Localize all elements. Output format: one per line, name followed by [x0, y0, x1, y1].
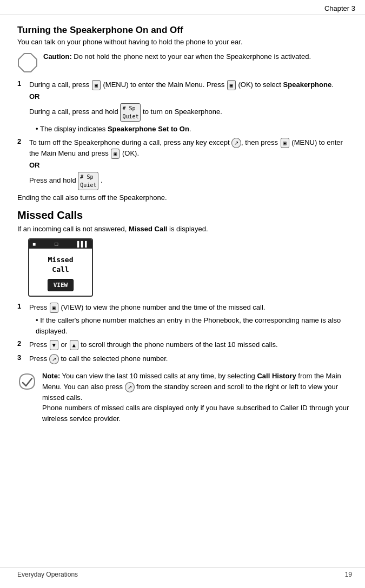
- status-signal2: ▌▌▌: [77, 241, 89, 247]
- step-1-num: 1: [17, 79, 26, 88]
- up-btn-icon: ▲: [70, 340, 78, 350]
- missed-calls-intro: If an incoming call is not answered, Mis…: [17, 225, 352, 233]
- missed-bullet-1: If the caller's phone number matches an …: [36, 315, 352, 336]
- step-2-or: OR: [29, 160, 352, 171]
- note-checkmark-icon: [17, 372, 37, 391]
- missed-step-3-num: 3: [17, 353, 26, 362]
- down-btn-icon: ▼: [50, 340, 58, 350]
- menu-btn-icon-1: ▣: [92, 80, 101, 90]
- caution-text: Caution: Do not hold the phone next to y…: [43, 51, 311, 62]
- caution-box: Caution: Do not hold the phone next to y…: [17, 51, 352, 73]
- status-battery: ■: [32, 241, 36, 247]
- page-footer: Everyday Operations 19: [0, 567, 365, 578]
- phone-display: ■ □ ▌▌▌ Missed Call VIEW: [28, 238, 93, 297]
- page-number: 19: [345, 571, 352, 578]
- note-text: Note: You can view the last 10 missed ca…: [42, 371, 352, 424]
- phone-view-button: VIEW: [48, 279, 74, 291]
- status-signal1: □: [55, 241, 58, 247]
- send-icon-1: ↗: [231, 138, 241, 148]
- missed-step-1-bullets: If the caller's phone number matches an …: [29, 315, 352, 336]
- phone-main-screen: Missed Call VIEW: [29, 249, 92, 296]
- missed-step-3: 3 Press ↗ to call the selected phone num…: [17, 353, 352, 364]
- ok-btn-icon-1: ▣: [227, 80, 236, 90]
- step-1-or: OR: [29, 91, 352, 102]
- footer-left-text: Everyday Operations: [17, 571, 78, 578]
- page-container: Chapter 3 Turning the Speakerphone On an…: [0, 0, 365, 588]
- sp-quiet-icon-1: # SpQuiet: [120, 103, 141, 122]
- missed-step-1-num: 1: [17, 302, 26, 310]
- call-send-icon: ↗: [49, 354, 59, 364]
- speakerphone-steps: 1 During a call, press ▣ (MENU) to enter…: [17, 79, 352, 190]
- ending-text: Ending the call also turns off the Speak…: [17, 193, 352, 202]
- speakerphone-title: Turning the Speakerphone On and Off: [17, 25, 352, 36]
- missed-step-2-num: 2: [17, 339, 26, 348]
- ok-btn-icon-2: ▣: [111, 149, 120, 159]
- main-content: Turning the Speakerphone On and Off You …: [0, 15, 365, 437]
- bullet-1: The display indicates Speakerphone Set t…: [36, 124, 352, 135]
- phone-status-bar: ■ □ ▌▌▌: [29, 239, 92, 249]
- step-2-num: 2: [17, 137, 26, 145]
- chapter-label: Chapter 3: [324, 4, 355, 12]
- missed-step-2: 2 Press ▼ or ▲ to scroll through the pho…: [17, 339, 352, 350]
- missed-call-display-text: Missed Call: [34, 255, 88, 275]
- caution-label: Caution:: [43, 52, 72, 61]
- view-btn-icon: ▣: [50, 303, 58, 313]
- step-1: 1 During a call, press ▣ (MENU) to enter…: [17, 79, 352, 134]
- step-1-bullets: The display indicates Speakerphone Set t…: [29, 124, 352, 135]
- step-2: 2 To turn off the Speakerphone during a …: [17, 137, 352, 190]
- missed-step-3-content: Press ↗ to call the selected phone numbe…: [29, 353, 352, 364]
- step-1-content: During a call, press ▣ (MENU) to enter t…: [29, 79, 352, 134]
- missed-step-1-content: Press ▣ (VIEW) to view the phone number …: [29, 302, 352, 336]
- menu-btn-icon-2: ▣: [281, 138, 289, 148]
- svg-marker-0: [18, 54, 37, 72]
- note-send-icon: ↗: [125, 382, 135, 392]
- step-2-content: To turn off the Speakerphone during a ca…: [29, 137, 352, 190]
- speakerphone-intro: You can talk on your phone without havin…: [17, 38, 352, 46]
- sp-quiet-icon-2: # SpQuiet: [78, 172, 98, 190]
- missed-calls-title: Missed Calls: [17, 209, 352, 222]
- caution-icon: [17, 52, 38, 73]
- missed-step-2-content: Press ▼ or ▲ to scroll through the phone…: [29, 339, 352, 350]
- missed-calls-steps: 1 Press ▣ (VIEW) to view the phone numbe…: [17, 302, 352, 364]
- note-label: Note:: [42, 372, 60, 380]
- missed-step-1: 1 Press ▣ (VIEW) to view the phone numbe…: [17, 302, 352, 336]
- caution-detail: Do not hold the phone next to your ear w…: [74, 52, 311, 61]
- note-box: Note: You can view the last 10 missed ca…: [17, 371, 352, 424]
- chapter-header: Chapter 3: [0, 0, 365, 15]
